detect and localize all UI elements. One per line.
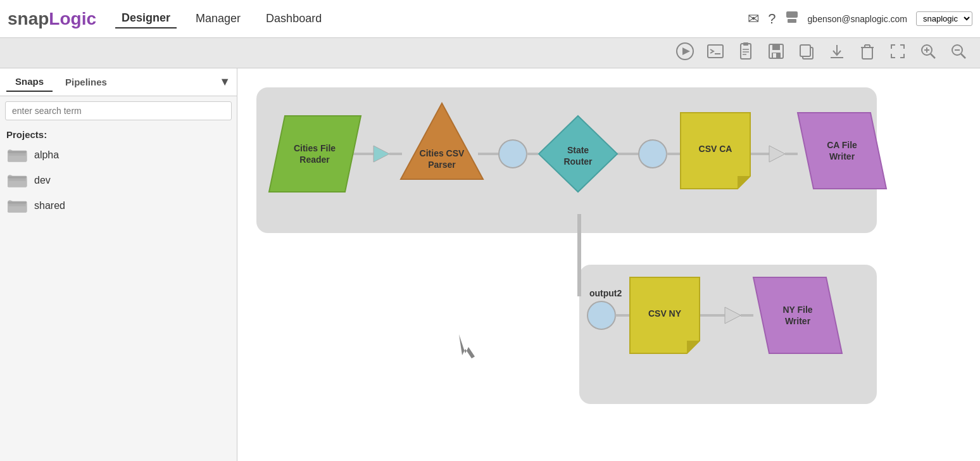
svg-text:Router: Router: [563, 156, 593, 167]
node-csv-ny[interactable]: CSV NY: [630, 277, 700, 353]
validate-button[interactable]: [734, 40, 757, 66]
sidebar-tabs: Snaps Pipelines ▼: [0, 68, 237, 96]
node-cities-file-reader[interactable]: Cities File Reader: [269, 116, 361, 192]
svg-text:State: State: [567, 145, 589, 155]
pipeline-canvas[interactable]: output2 Cities File Reader Cities CSV Pa…: [237, 68, 980, 461]
logo: snapLogic: [8, 9, 96, 29]
project-item-alpha[interactable]: alpha: [0, 142, 237, 168]
terminal-button[interactable]: [704, 40, 727, 66]
folder-icon-alpha: [8, 148, 28, 163]
svg-rect-4: [708, 45, 723, 58]
svg-rect-14: [773, 53, 776, 58]
tab-pipelines[interactable]: Pipelines: [56, 73, 116, 91]
nav-manager[interactable]: Manager: [189, 9, 247, 28]
search-input[interactable]: [5, 101, 232, 120]
project-item-dev[interactable]: dev: [0, 168, 237, 193]
user-email: gbenson@snaplogic.com: [808, 14, 907, 24]
tab-snaps[interactable]: Snaps: [6, 72, 53, 92]
user-icon[interactable]: [785, 10, 799, 28]
fit-button[interactable]: [886, 40, 909, 66]
node-ca-file-writer[interactable]: CA File Writer: [798, 113, 886, 189]
logo-logic-text: Logic: [49, 9, 96, 29]
svg-rect-7: [743, 42, 748, 46]
svg-text:Reader: Reader: [299, 155, 330, 165]
svg-rect-16: [800, 45, 810, 56]
svg-text:CA File: CA File: [827, 140, 857, 150]
help-icon[interactable]: ?: [768, 11, 776, 27]
delete-button[interactable]: [856, 40, 879, 66]
svg-text:CSV NY: CSV NY: [648, 308, 682, 319]
mail-icon[interactable]: ✉: [748, 11, 759, 27]
svg-text:NY File: NY File: [782, 305, 812, 315]
project-name-alpha: alpha: [34, 149, 59, 161]
svg-rect-42: [9, 205, 26, 206]
nav-icons: ✉ ? gbenson@snaplogic.com snaplogic: [748, 10, 972, 28]
project-name-shared: shared: [34, 200, 65, 212]
svg-rect-1: [788, 19, 796, 23]
svg-text:Writer: Writer: [785, 316, 811, 326]
svg-rect-19: [862, 47, 872, 59]
svg-rect-37: [9, 177, 26, 179]
nav-designer[interactable]: Designer: [115, 9, 177, 28]
svg-rect-41: [9, 202, 26, 204]
zoom-in-button[interactable]: [917, 40, 939, 66]
run-button[interactable]: [674, 40, 696, 66]
main-layout: Snaps Pipelines ▼ Projects: alpha: [0, 68, 980, 461]
project-item-shared[interactable]: shared: [0, 193, 237, 218]
svg-marker-80: [459, 334, 475, 358]
svg-text:Cities CSV: Cities CSV: [420, 148, 465, 158]
svg-point-50: [499, 140, 527, 168]
svg-point-53: [639, 140, 667, 168]
save-button[interactable]: [765, 40, 788, 66]
output2-label: output2: [589, 288, 622, 298]
project-name-dev: dev: [34, 175, 51, 186]
svg-line-25: [931, 54, 935, 58]
svg-point-58: [587, 301, 615, 329]
svg-rect-12: [772, 44, 780, 50]
zoom-out-button[interactable]: [947, 40, 970, 66]
pipeline-svg: output2 Cities File Reader Cities CSV Pa…: [237, 68, 972, 423]
node-ny-file-writer[interactable]: NY File Writer: [753, 277, 842, 353]
dropdown-icon[interactable]: ▼: [219, 75, 230, 89]
svg-marker-3: [682, 47, 690, 55]
projects-label: Projects:: [0, 123, 237, 142]
folder-icon-shared: [8, 198, 28, 213]
svg-text:Parser: Parser: [428, 160, 456, 170]
svg-rect-34: [9, 154, 26, 156]
top-nav: snapLogic Designer Manager Dashboard ✉ ?…: [0, 0, 980, 38]
toolbar: [0, 38, 980, 68]
sidebar: Snaps Pipelines ▼ Projects: alpha: [0, 68, 237, 461]
logo-snap-text: snap: [8, 9, 49, 29]
node-csv-ca[interactable]: CSV CA: [681, 113, 750, 189]
svg-rect-33: [9, 151, 26, 153]
svg-text:Writer: Writer: [829, 151, 855, 161]
copy-button[interactable]: [795, 40, 818, 66]
svg-rect-38: [9, 179, 26, 181]
svg-rect-6: [741, 44, 751, 59]
svg-text:CSV CA: CSV CA: [699, 144, 732, 154]
svg-text:Cities File: Cities File: [294, 143, 336, 153]
org-select[interactable]: snaplogic: [916, 11, 972, 26]
svg-line-29: [961, 54, 965, 58]
folder-icon-dev: [8, 173, 28, 188]
download-button[interactable]: [826, 40, 848, 66]
nav-dashboard[interactable]: Dashboard: [260, 9, 328, 28]
svg-rect-0: [786, 11, 798, 18]
